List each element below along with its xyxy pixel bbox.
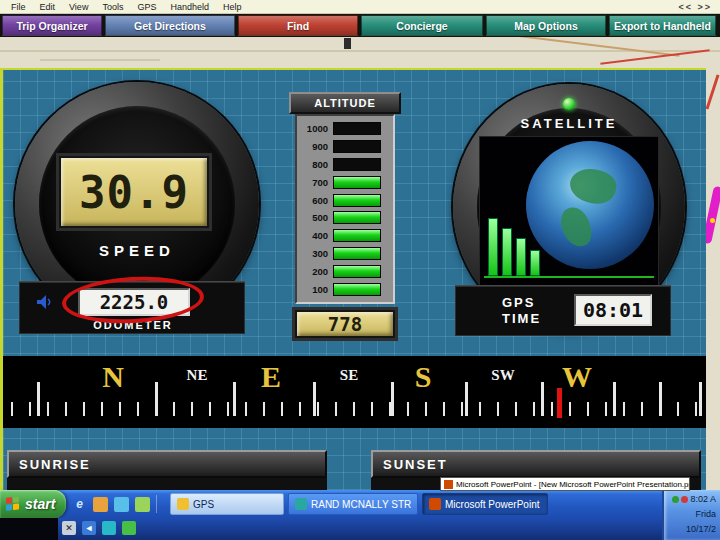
start-button[interactable]: start — [0, 490, 66, 518]
speaker-icon[interactable] — [36, 293, 54, 311]
compass-tick — [65, 402, 67, 416]
compass-tick — [497, 402, 499, 416]
compass-tick — [587, 402, 589, 416]
altitude-value: 778 — [295, 310, 395, 338]
tray-status-icon[interactable] — [681, 496, 688, 503]
taskbar-tooltip: Microsoft PowerPoint - [New Microsoft Po… — [440, 477, 690, 491]
network-icon[interactable] — [102, 521, 116, 535]
task-app-icon — [295, 498, 307, 510]
compass-tick — [605, 402, 607, 416]
map-preview-strip[interactable] — [0, 37, 720, 68]
earth-image — [526, 141, 654, 269]
speaker-icon[interactable]: ◄ — [82, 521, 96, 535]
tray-status-icon[interactable] — [672, 496, 679, 503]
task-button-gps[interactable]: GPS — [170, 493, 284, 515]
task-button-rand-mcnally-stre[interactable]: RAND MCNALLY STRE... — [288, 493, 418, 515]
altitude-bar — [333, 158, 381, 171]
toolbar-map-options[interactable]: Map Options — [486, 15, 606, 36]
menu-gps[interactable]: GPS — [130, 2, 163, 12]
altitude-tick-label: 500 — [300, 212, 333, 223]
map-marker-icon — [344, 38, 351, 49]
toolbar-trip-organizer[interactable]: Trip Organizer — [2, 15, 102, 36]
compass-tick — [233, 382, 236, 416]
compass-tick — [209, 402, 211, 416]
sync-icon[interactable] — [122, 521, 136, 535]
compass-tick — [101, 402, 103, 416]
gps-time-label: GPS TIME — [502, 295, 541, 327]
compass-tick — [191, 402, 193, 416]
windows-taskbar: start e GPSRAND MCNALLY STRE...Microsoft… — [0, 490, 720, 540]
compass-point-s: S — [415, 360, 432, 394]
altitude-row: 600 — [300, 193, 390, 208]
gps-label-line1: GPS — [502, 295, 541, 311]
toolbar-get-directions[interactable]: Get Directions — [105, 15, 235, 36]
map-road-line — [0, 50, 720, 52]
altitude-bar — [333, 176, 381, 189]
altitude-bar — [333, 194, 381, 207]
taskbar-corner — [0, 518, 58, 540]
task-button-microsoft-powerpoint[interactable]: Microsoft PowerPoint ... — [422, 493, 548, 515]
media-player-icon[interactable] — [114, 497, 129, 512]
internet-explorer-icon[interactable]: e — [72, 497, 87, 512]
menu-view[interactable]: View — [62, 2, 95, 12]
altitude-row: 800 — [300, 157, 390, 172]
quick-launch-bar: e — [72, 495, 157, 513]
compass-tick — [119, 402, 121, 416]
gps-application-window: FileEditViewToolsGPSHandheldHelp << >> T… — [0, 0, 720, 540]
start-button-label: start — [25, 496, 55, 512]
compass-tick — [37, 382, 40, 416]
satellite-signal-bar — [488, 218, 498, 276]
compass-tick — [677, 402, 679, 416]
toolbar-concierge[interactable]: Concierge — [361, 15, 483, 36]
gps-time-panel: GPS TIME 08:01 — [455, 286, 671, 336]
map-edge-sliver[interactable] — [706, 68, 720, 490]
mail-icon[interactable] — [135, 497, 150, 512]
compass-point-sw: SW — [491, 367, 514, 384]
altitude-row: 100 — [300, 282, 390, 297]
altitude-bar — [333, 265, 381, 278]
altitude-bar-gauge: 1000900800700600500400300200100 — [295, 114, 395, 304]
menu-tools[interactable]: Tools — [95, 2, 130, 12]
compass-tick — [137, 402, 139, 416]
compass-tick — [173, 402, 175, 416]
folder-icon[interactable] — [93, 497, 108, 512]
menu-items: FileEditViewToolsGPSHandheldHelp — [0, 2, 248, 12]
toolbar-export-to-handheld[interactable]: Export to Handheld — [609, 15, 716, 36]
compass-tick — [533, 402, 535, 416]
menu-file[interactable]: File — [4, 2, 33, 12]
gps-time-value: 08:01 — [574, 294, 652, 326]
compass-tick — [465, 382, 468, 416]
menu-handheld[interactable]: Handheld — [163, 2, 216, 12]
altitude-tick-label: 700 — [300, 177, 333, 188]
altitude-row: 400 — [300, 228, 390, 243]
altitude-row: 700 — [300, 175, 390, 190]
compass-tick — [695, 402, 697, 416]
satellite-signal-bar — [502, 228, 512, 276]
compass-tick — [613, 382, 616, 416]
tray-clock-day: Frida — [666, 507, 716, 522]
menu-help[interactable]: Help — [216, 2, 249, 12]
altitude-bar — [333, 122, 381, 135]
speed-label: SPEED — [15, 242, 259, 259]
compass-tick — [425, 402, 427, 416]
task-button-label: RAND MCNALLY STRE... — [311, 499, 411, 510]
odometer-value: 2225.0 — [78, 288, 190, 316]
altitude-row: 900 — [300, 139, 390, 154]
compass-tick — [155, 382, 158, 416]
compass-point-n: N — [102, 360, 124, 394]
compass-tick — [407, 402, 409, 416]
compass-tick — [83, 402, 85, 416]
compass-tick — [699, 382, 702, 416]
compass-tick — [47, 402, 49, 416]
menu-scroll-arrows[interactable]: << >> — [678, 2, 720, 12]
taskbar-row-1: start e GPSRAND MCNALLY STRE...Microsoft… — [0, 490, 720, 518]
compass-tick — [263, 402, 265, 416]
task-app-icon — [177, 498, 189, 510]
compass-tick — [443, 402, 445, 416]
toolbar-find[interactable]: Find — [238, 15, 358, 36]
menu-edit[interactable]: Edit — [33, 2, 63, 12]
close-icon[interactable]: ✕ — [62, 521, 76, 535]
compass-tick — [551, 402, 553, 416]
system-tray[interactable]: 8:02 A Frida 10/17/2 — [662, 490, 720, 540]
odometer-panel: 2225.0 ODOMETER — [19, 282, 245, 334]
